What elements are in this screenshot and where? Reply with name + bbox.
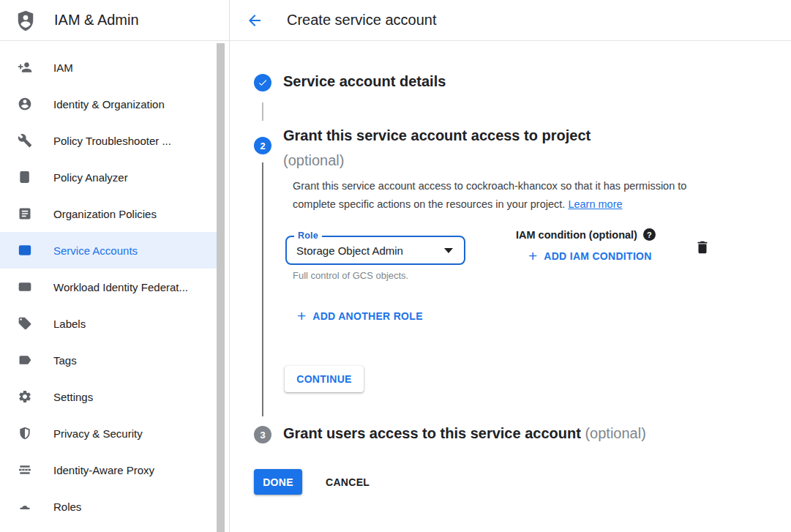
gear-icon (18, 389, 32, 404)
sidebar-item-label: Tags (53, 354, 77, 367)
article-icon (18, 206, 32, 221)
sidebar-item-label: Privacy & Security (53, 427, 143, 440)
step2-title-text: Grant this service account access to pro… (283, 127, 591, 143)
tag-arrow-icon (18, 353, 32, 367)
step-connector-long (262, 162, 263, 416)
role-select[interactable]: Role Storage Object Admin (285, 236, 465, 265)
step3-title[interactable]: Grant users access to this service accou… (283, 425, 646, 442)
app-header-right: Create service account (229, 0, 791, 41)
sidebar-scrollbar[interactable] (217, 43, 225, 532)
sidebar-item-label: Settings (53, 391, 93, 403)
role-selected-value: Storage Object Admin (296, 237, 403, 264)
step1-complete-icon (254, 74, 271, 91)
label-tag-icon (18, 316, 32, 331)
sidebar-item-label: Organization Policies (53, 208, 157, 220)
sidebar-item-identity-aware-proxy[interactable]: Identity-Aware Proxy (0, 452, 217, 488)
add-iam-condition-button[interactable]: + ADD IAM CONDITION (528, 250, 652, 263)
step3-number-badge: 3 (254, 426, 271, 443)
sidebar-item-label: Roles (53, 501, 81, 513)
back-button[interactable] (246, 12, 263, 29)
sidebar-item-tags[interactable]: Tags (0, 342, 217, 378)
sidebar-item-service-accounts[interactable]: Service Accounts (0, 232, 217, 269)
sidebar-item-settings[interactable]: Settings (0, 378, 217, 415)
account-circle-icon (18, 97, 32, 111)
person-add-icon (18, 60, 32, 75)
step3-title-text: Grant users access to this service accou… (283, 425, 581, 441)
sidebar-item-organization-policies[interactable]: Organization Policies (0, 195, 217, 232)
add-another-role-button[interactable]: + ADD ANOTHER ROLE (297, 310, 423, 323)
sidebar-item-policy-analyzer[interactable]: Policy Analyzer (0, 159, 217, 195)
step-connector-short (262, 102, 263, 121)
sidebar-item-labels[interactable]: Labels (0, 305, 217, 342)
step3-optional-label: (optional) (585, 425, 645, 441)
plus-icon: + (528, 250, 537, 263)
back-arrow-icon (246, 12, 263, 29)
learn-more-link[interactable]: Learn more (568, 198, 622, 210)
sidebar-item-label: Identity & Organization (53, 98, 165, 110)
card-icon (18, 280, 32, 294)
sidebar-item-workload-identity-federation[interactable]: Workload Identity Federat... (0, 269, 217, 305)
cancel-button[interactable]: CANCEL (317, 469, 378, 495)
trash-icon (694, 239, 711, 255)
sidebar-item-label: Workload Identity Federat... (53, 281, 188, 293)
page-title: Create service account (287, 12, 437, 29)
sidebar-item-label: Policy Troubleshooter ... (53, 135, 171, 147)
grant-description-text: Grant this service account access to coc… (293, 180, 686, 210)
chevron-down-icon (444, 248, 453, 253)
check-icon (258, 78, 268, 88)
sidebar-item-identity-organization[interactable]: Identity & Organization (0, 86, 217, 122)
policy-analyzer-icon (18, 170, 32, 184)
proxy-icon (18, 462, 32, 477)
sidebar-item-label: Identity-Aware Proxy (53, 464, 154, 476)
grant-description: Grant this service account access to coc… (293, 177, 719, 214)
sidebar-item-privacy-security[interactable]: Privacy & Security (0, 415, 217, 452)
done-button[interactable]: DONE (254, 469, 302, 495)
service-account-key-icon (18, 243, 32, 258)
sidebar-item-label: Labels (53, 318, 86, 330)
role-helper-text: Full control of GCS objects. (293, 270, 408, 281)
shield-icon (18, 426, 32, 441)
hat-icon (18, 499, 32, 514)
sidebar-item-iam[interactable]: IAM (0, 49, 217, 86)
step1-title[interactable]: Service account details (283, 73, 446, 90)
wrench-icon (18, 133, 32, 148)
create-service-account-form: Service account details 2 Grant this ser… (229, 0, 791, 532)
step2-title: Grant this service account access to pro… (283, 123, 591, 173)
step2-optional-label: (optional) (283, 152, 344, 168)
sidebar-item-roles[interactable]: Roles (0, 488, 217, 525)
sidebar-item-policy-troubleshooter[interactable]: Policy Troubleshooter ... (0, 122, 217, 159)
sidebar-divider (229, 0, 230, 532)
sidebar-item-label: IAM (53, 61, 73, 74)
app-header-left: IAM & Admin (0, 0, 229, 41)
iam-condition-header: IAM condition (optional) ? (516, 228, 656, 241)
iam-condition-label: IAM condition (optional) (516, 229, 637, 241)
step2-number-badge: 2 (254, 137, 271, 154)
plus-icon: + (297, 310, 306, 323)
sidebar-nav: IAM Identity & Organization Policy Troub… (0, 42, 217, 532)
iam-shield-logo-icon (15, 8, 37, 32)
sidebar-item-label: Policy Analyzer (53, 171, 128, 184)
product-name: IAM & Admin (54, 12, 139, 29)
continue-button[interactable]: CONTINUE (285, 366, 364, 392)
sidebar-item-label: Service Accounts (53, 244, 138, 257)
delete-role-button[interactable] (694, 239, 711, 255)
help-icon[interactable]: ? (643, 228, 656, 241)
